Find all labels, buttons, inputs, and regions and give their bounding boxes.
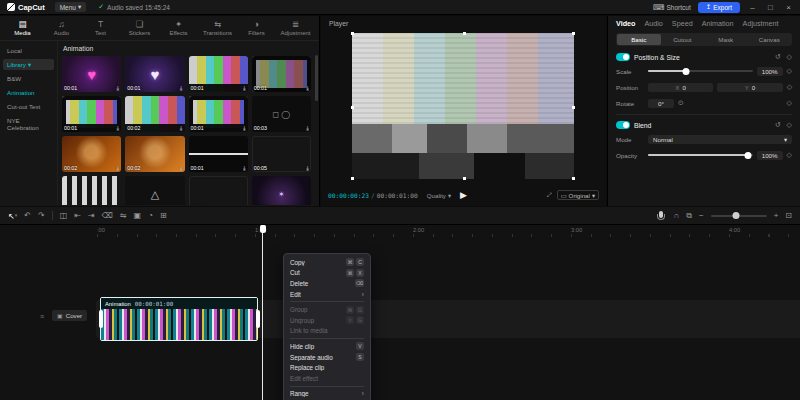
- menu-item-ungroup[interactable]: Ungroup ⇧ G: [284, 315, 370, 326]
- keyframe-icon[interactable]: ◇: [787, 83, 792, 91]
- redo-button[interactable]: ↷: [38, 212, 45, 220]
- sidebar-item-bw[interactable]: B&W: [3, 73, 54, 84]
- play-button[interactable]: ▶: [460, 190, 467, 200]
- sidebar-item-local[interactable]: Local: [3, 45, 54, 56]
- menu-item-separate-audio[interactable]: Separate audio S: [284, 352, 370, 363]
- download-icon[interactable]: ⤓: [243, 85, 246, 92]
- linking-icon[interactable]: ⧉: [686, 212, 692, 220]
- timeline-zoom-slider[interactable]: [711, 215, 767, 217]
- download-icon[interactable]: ⤓: [243, 165, 246, 172]
- selection-handle[interactable]: [351, 177, 354, 180]
- subtab-mask[interactable]: Mask: [704, 34, 748, 45]
- download-icon[interactable]: ⤓: [117, 165, 120, 172]
- selection-handle[interactable]: [463, 32, 466, 35]
- undo-button[interactable]: ↶: [24, 212, 31, 220]
- download-icon[interactable]: ⤓: [306, 85, 309, 92]
- library-item[interactable]: 00:01⤓: [189, 176, 248, 205]
- menu-item-edit-effect[interactable]: Edit effect: [284, 373, 370, 384]
- cover-button[interactable]: ▣ Cover: [52, 310, 87, 321]
- playhead[interactable]: [262, 225, 263, 400]
- timeline-clip-animation[interactable]: Animation 00:00:01:00: [100, 297, 258, 341]
- ratio-dropdown[interactable]: ▭ Original ▾: [557, 190, 599, 200]
- clip-trim-handle-left[interactable]: [99, 310, 103, 328]
- library-item[interactable]: 00:01⤓: [189, 56, 248, 92]
- reset-icon[interactable]: ↺: [775, 53, 781, 61]
- export-button[interactable]: ↥ Export: [698, 2, 740, 13]
- tab-video[interactable]: Video: [616, 19, 635, 28]
- timeline-ruler[interactable]: :00 1:00 2:00 3:00 4:00: [0, 225, 800, 238]
- tab-stickers[interactable]: ❏ Stickers: [120, 20, 159, 36]
- library-item[interactable]: 00:05⤓: [252, 136, 311, 172]
- tab-audio[interactable]: ♫ Audio: [42, 20, 81, 36]
- library-item[interactable]: 00:01⤓: [62, 176, 121, 205]
- sidebar-item-cutout-text[interactable]: Cut-out Text: [3, 101, 54, 112]
- mirror-button[interactable]: ⇋: [120, 212, 127, 220]
- delete-right-button[interactable]: ⇥: [88, 212, 95, 220]
- clip-trim-handle-right[interactable]: [256, 310, 260, 328]
- library-item[interactable]: 00:01⤓: [189, 96, 248, 132]
- download-icon[interactable]: ⤓: [306, 125, 309, 132]
- rotate-dial-icon[interactable]: ⊙: [678, 99, 684, 107]
- library-item[interactable]: 00:02⤓: [62, 136, 121, 172]
- subtab-cutout[interactable]: Cutout: [661, 34, 705, 45]
- auto-snap-icon[interactable]: ∩: [673, 212, 679, 220]
- select-tool-button[interactable]: ↖▾: [8, 211, 17, 221]
- menu-item-range[interactable]: Range ›: [284, 389, 370, 400]
- position-y-field[interactable]: Y 0: [717, 83, 782, 92]
- tab-audio-inspector[interactable]: Audio: [644, 19, 662, 28]
- position-x-field[interactable]: X 0: [648, 83, 713, 92]
- record-voiceover-icon[interactable]: [659, 211, 663, 218]
- split-button[interactable]: ◫: [60, 212, 68, 220]
- keyframe-icon[interactable]: ◇: [787, 121, 792, 129]
- tab-speed[interactable]: Speed: [672, 19, 693, 28]
- library-item[interactable]: 00:01⤓: [252, 56, 311, 92]
- selection-handle[interactable]: [351, 32, 354, 35]
- selection-handle[interactable]: [572, 177, 575, 180]
- menu-item-delete[interactable]: Delete ⌫: [284, 278, 370, 289]
- library-item[interactable]: 00:01⤓: [189, 136, 248, 172]
- download-icon[interactable]: ⤓: [306, 165, 309, 172]
- selection-handle[interactable]: [572, 32, 575, 35]
- keyframe-icon[interactable]: ◇: [787, 67, 792, 75]
- download-icon[interactable]: ⤓: [180, 125, 183, 132]
- download-icon[interactable]: ⤓: [180, 85, 183, 92]
- tab-animation[interactable]: Animation: [702, 19, 734, 28]
- library-item[interactable]: 00:03⤓: [252, 96, 311, 132]
- rotate-value[interactable]: 0°: [648, 99, 674, 108]
- minimize-button[interactable]: –: [747, 3, 758, 12]
- tab-text[interactable]: T Text: [81, 20, 120, 36]
- download-icon[interactable]: ⤓: [117, 85, 120, 92]
- menu-item-copy[interactable]: Copy ⌘ C: [284, 257, 370, 268]
- maximize-button[interactable]: □: [765, 3, 776, 12]
- video-preview[interactable]: [352, 33, 574, 179]
- menu-item-edit[interactable]: Edit ›: [284, 289, 370, 300]
- selection-handle[interactable]: [572, 106, 575, 109]
- tab-filters[interactable]: ◑ Filters: [237, 20, 276, 36]
- tab-adjustment-inspector[interactable]: Adjustment: [743, 19, 779, 28]
- library-item[interactable]: 00:02⤓: [252, 176, 311, 205]
- keyframe-icon[interactable]: ◇: [787, 99, 792, 107]
- menu-item-hide-clip[interactable]: Hide clip V: [284, 341, 370, 352]
- opacity-value[interactable]: 100%: [757, 151, 783, 160]
- library-scrollbar[interactable]: [315, 55, 318, 101]
- close-button[interactable]: ×: [783, 3, 794, 12]
- library-item[interactable]: 00:02⤓: [125, 176, 184, 205]
- shortcut-button[interactable]: ⌨ Shortcut: [653, 3, 691, 12]
- tab-media[interactable]: ▤ Media: [3, 20, 42, 36]
- subtab-basic[interactable]: Basic: [617, 34, 661, 45]
- menu-button[interactable]: Menu ▾: [55, 2, 87, 12]
- library-item[interactable]: 00:01⤓: [62, 96, 121, 132]
- keyframe-icon[interactable]: ◇: [787, 53, 792, 61]
- subtab-canvas[interactable]: Canvas: [748, 34, 792, 45]
- keyframe-icon[interactable]: ◇: [787, 151, 792, 159]
- quality-dropdown[interactable]: Quality ▾: [427, 192, 451, 199]
- sidebar-item-library[interactable]: Library ▾: [3, 59, 54, 70]
- tab-transitions[interactable]: ⇆ Transitions: [198, 20, 237, 36]
- tab-effects[interactable]: ✦ Effects: [159, 20, 198, 36]
- fit-timeline-button[interactable]: ⊡: [785, 212, 792, 220]
- sidebar-item-nye-celebration[interactable]: NYE Celebration: [3, 115, 54, 133]
- download-icon[interactable]: ⤓: [243, 125, 246, 132]
- library-item[interactable]: 00:02⤓: [125, 136, 184, 172]
- scale-slider[interactable]: [648, 70, 753, 72]
- tab-adjustment[interactable]: ≣ Adjustment: [276, 20, 315, 36]
